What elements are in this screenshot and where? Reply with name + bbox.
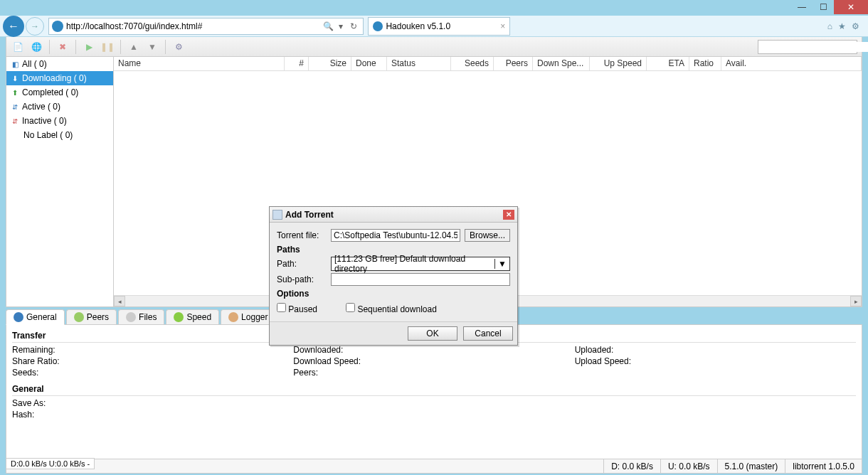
status-version: 5.1.0 (master) [717,459,785,473]
dropdown-caret-icon[interactable]: ▾ [334,21,347,31]
label-downloaded: Downloaded: [293,344,574,356]
window-maximize-button[interactable]: ☐ [813,0,834,14]
col-avail[interactable]: Avail. [721,57,862,70]
col-peers[interactable]: Peers [494,57,533,70]
dialog-close-button[interactable]: ✕ [503,210,514,220]
settings-icon[interactable]: ⚙ [171,40,186,54]
search-input[interactable] [758,42,868,52]
status-dspeed: D: 0.0 kB/s [603,459,660,473]
remove-icon[interactable]: ✖ [55,40,70,54]
move-down-icon[interactable]: ▼ [145,40,159,54]
path-label: Path: [277,259,327,269]
options-section-title: Options [277,289,510,299]
status-bar: D: 0.0 kB/s U: 0.0 kB/s 5.1.0 (master) l… [6,459,862,474]
refresh-icon[interactable]: ↻ [347,21,360,31]
toolbar-separator [49,40,50,54]
col-size[interactable]: Size [309,57,351,70]
col-name[interactable]: Name [114,57,285,70]
tab-peers[interactable]: Peers [66,309,117,324]
general-header: General [12,383,856,396]
speed-icon [174,312,184,322]
path-select-value: [111.23 GB free] Default download direct… [334,254,494,274]
cancel-button[interactable]: Cancel [463,326,513,341]
col-upspeed[interactable]: Up Speed [590,57,647,70]
label-ulspeed: Upload Speed: [575,356,856,367]
chevron-down-icon: ▼ [494,259,507,269]
sequential-checkbox-label[interactable]: Sequential download [346,303,437,314]
label-dlspeed: Download Speed: [293,356,574,367]
list-header: Name # Size Done Status Seeds Peers Down… [114,57,862,71]
paths-section-title: Paths [277,245,510,255]
address-bar[interactable]: 🔍 ▾ ↻ [48,18,364,35]
sidebar-item-all[interactable]: ◧All ( 0) [6,57,113,71]
home-icon[interactable]: ⌂ [827,21,832,31]
label-hash: Hash: [12,409,856,420]
add-url-icon[interactable]: 🌐 [29,40,43,54]
col-eta[interactable]: ETA [647,57,689,70]
nav-back-button[interactable]: ← [3,16,24,37]
torrent-file-input[interactable] [331,229,460,242]
sidebar-item-inactive[interactable]: ⇵Inactive ( 0) [6,114,113,128]
window-minimize-button[interactable]: — [791,0,813,14]
scroll-right-icon[interactable]: ▸ [850,296,862,306]
dialog-icon [272,210,282,220]
label-shareratio: Share Ratio: [12,356,293,367]
tab-close-icon[interactable]: × [500,21,505,31]
paused-checkbox-label[interactable]: Paused [277,303,317,314]
status-uspeed: U: 0.0 kB/s [660,459,717,473]
url-input[interactable] [66,21,322,31]
col-seeds[interactable]: Seeds [451,57,494,70]
col-ratio[interactable]: Ratio [689,57,721,70]
subpath-input[interactable] [331,273,510,286]
toolbar-search[interactable]: 🔍▾ [758,40,857,54]
sidebar-item-nolabel[interactable]: No Label ( 0) [6,128,113,142]
sidebar-item-completed[interactable]: ⬆Completed ( 0) [6,85,113,100]
download-icon: ⬇ [11,75,19,82]
subpath-label: Sub-path: [277,274,327,284]
path-select[interactable]: [111.23 GB free] Default download direct… [331,257,510,271]
sequential-checkbox[interactable] [346,303,355,312]
info-icon [14,312,23,322]
tab-general[interactable]: General [6,309,65,325]
add-torrent-icon[interactable]: 📄 [11,40,25,54]
browse-button[interactable]: Browse... [465,229,510,242]
files-icon [126,312,136,322]
dialog-title: Add Torrent [285,210,334,220]
col-status[interactable]: Status [387,57,451,70]
ok-button[interactable]: OK [408,326,457,341]
status-hint: D:0.0 kB/s U:0.0 kB/s - [6,458,95,469]
all-icon: ◧ [11,60,19,68]
start-icon[interactable]: ▶ [82,40,96,54]
pause-icon[interactable]: ❚❚ [100,40,115,54]
favorites-icon[interactable]: ★ [838,21,846,31]
paused-checkbox[interactable] [277,303,286,312]
tools-icon[interactable]: ⚙ [852,21,859,31]
torrent-file-label: Torrent file: [277,230,327,240]
label-seeds: Seeds: [12,367,293,378]
col-num[interactable]: # [285,57,309,70]
tab-logger[interactable]: Logger [221,309,275,324]
tab-speed[interactable]: Speed [166,309,219,324]
col-downspeed[interactable]: Down Spe... [533,57,590,70]
dialog-titlebar[interactable]: Add Torrent ✕ [270,207,517,223]
scroll-left-icon[interactable]: ◂ [114,296,125,306]
move-up-icon[interactable]: ▲ [127,40,141,54]
search-dropdown-icon[interactable]: 🔍 [322,21,334,31]
col-done[interactable]: Done [351,57,387,70]
browser-tab[interactable]: Hadouken v5.1.0 × [368,17,510,36]
tab-files[interactable]: Files [118,309,164,324]
inactive-icon: ⇵ [11,117,19,125]
nav-forward-button[interactable]: → [26,17,44,36]
site-favicon-icon [52,21,63,32]
label-uploaded: Uploaded: [575,344,856,356]
sidebar: ◧All ( 0) ⬇Downloading ( 0) ⬆Completed (… [6,57,114,307]
toolbar-separator [120,40,121,54]
sidebar-item-active[interactable]: ⇵Active ( 0) [6,100,113,114]
window-close-button[interactable]: ✕ [834,0,868,14]
peers-icon [74,312,84,322]
label-peers: Peers: [293,367,574,378]
tab-title: Hadouken v5.1.0 [386,21,450,31]
sidebar-item-downloading[interactable]: ⬇Downloading ( 0) [6,71,113,85]
label-saveas: Save As: [12,397,856,409]
add-torrent-dialog: Add Torrent ✕ Torrent file: Browse... Pa… [269,206,518,346]
